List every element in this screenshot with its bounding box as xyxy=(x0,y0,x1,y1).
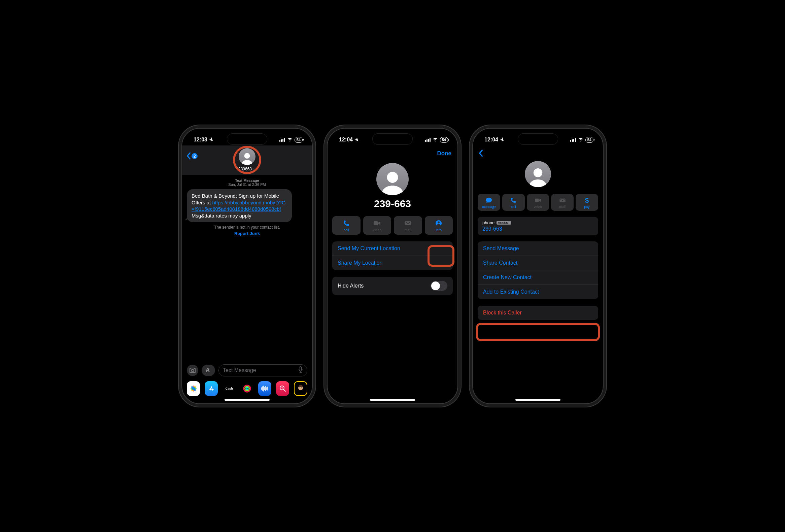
dictation-icon[interactable] xyxy=(298,366,303,374)
mail-button[interactable]: mail xyxy=(394,216,422,235)
applecash-icon[interactable]: Cash xyxy=(223,381,236,396)
battery-indicator: 54 xyxy=(585,137,593,143)
compose-bar: Text Message xyxy=(182,362,312,379)
svg-point-8 xyxy=(245,386,249,391)
video-button[interactable]: video xyxy=(527,194,549,211)
status-time: 12:03 xyxy=(194,137,207,143)
svg-point-9 xyxy=(246,387,248,389)
fitness-icon[interactable] xyxy=(240,381,253,396)
battery-indicator: 54 xyxy=(440,137,448,143)
svg-point-29 xyxy=(534,168,542,177)
phone-card[interactable]: phone RECENT 239-663 xyxy=(478,217,598,235)
location-icon: ➤ xyxy=(208,136,215,143)
share-contact-button[interactable]: Share Contact xyxy=(478,256,598,270)
phone-icon xyxy=(343,220,350,227)
mail-button[interactable]: mail xyxy=(551,194,574,211)
dynamic-island xyxy=(518,133,558,145)
apps-button[interactable] xyxy=(202,365,215,376)
search-app-icon[interactable] xyxy=(276,381,289,396)
home-indicator[interactable] xyxy=(370,399,415,401)
status-time: 12:04 xyxy=(339,137,353,143)
phone-value: 239-663 xyxy=(482,226,593,232)
appstore-icon[interactable] xyxy=(205,381,218,396)
mail-icon xyxy=(559,197,566,204)
signal-icon xyxy=(425,138,431,142)
phone-screen-2: 12:04 ➤ 54 Done 239-663 call video xyxy=(327,128,458,404)
dynamic-island xyxy=(227,133,267,145)
message-icon xyxy=(485,197,492,204)
photos-app-icon[interactable] xyxy=(187,381,200,396)
location-icon: ➤ xyxy=(499,136,506,143)
sender-warning: The sender is not in your contact list. xyxy=(182,225,312,230)
dynamic-island xyxy=(372,133,413,145)
home-indicator[interactable] xyxy=(515,399,560,401)
pay-button[interactable]: $ pay xyxy=(576,194,598,211)
hide-alerts-row: Hide Alerts xyxy=(332,277,453,295)
annotation-highlight xyxy=(476,323,600,341)
message-metadata: Text Message Sun, Jul 31 at 2:36 PM xyxy=(182,178,312,186)
conversation-header: 2 239663〉 xyxy=(182,146,312,175)
video-icon xyxy=(535,197,541,204)
contact-title: 239-663 xyxy=(328,198,457,209)
svg-point-1 xyxy=(192,370,194,372)
unread-badge: 2 xyxy=(192,153,198,159)
block-caller-button[interactable]: Block this Caller xyxy=(478,306,598,320)
avatar-icon xyxy=(525,161,551,187)
report-junk-button[interactable]: Report Junk xyxy=(182,231,312,236)
annotation-highlight xyxy=(233,146,261,174)
annotation-highlight xyxy=(428,245,454,267)
message-button[interactable]: message xyxy=(478,194,500,211)
add-existing-contact-button[interactable]: Add to Existing Contact xyxy=(478,285,598,299)
back-button[interactable]: 2 xyxy=(186,152,198,159)
message-input[interactable]: Text Message xyxy=(219,364,307,376)
svg-point-28 xyxy=(438,222,440,224)
send-message-button[interactable]: Send Message xyxy=(478,242,598,256)
svg-rect-2 xyxy=(300,367,302,370)
hide-alerts-toggle[interactable] xyxy=(431,281,447,291)
battery-indicator: 54 xyxy=(295,137,303,143)
video-button[interactable]: video xyxy=(363,216,391,235)
svg-point-22 xyxy=(300,387,300,388)
wifi-icon xyxy=(578,137,583,143)
audio-app-icon[interactable] xyxy=(258,381,271,396)
svg-point-24 xyxy=(387,172,398,183)
dollar-icon: $ xyxy=(585,197,589,204)
signal-icon xyxy=(279,138,285,142)
memoji-icon[interactable] xyxy=(294,381,307,396)
svg-rect-30 xyxy=(535,199,539,202)
back-button[interactable] xyxy=(473,146,603,158)
phone-screen-3: 12:04 ➤ 54 message call xyxy=(472,128,604,404)
phone-icon xyxy=(510,197,516,204)
home-indicator[interactable] xyxy=(225,399,270,401)
svg-line-18 xyxy=(284,389,285,391)
call-button[interactable]: call xyxy=(332,216,360,235)
info-button[interactable]: info xyxy=(425,216,453,235)
done-button[interactable]: Done xyxy=(437,150,452,157)
svg-rect-25 xyxy=(374,221,378,225)
create-contact-button[interactable]: Create New Contact xyxy=(478,270,598,285)
person-icon xyxy=(436,220,441,227)
mail-icon xyxy=(404,220,412,227)
signal-icon xyxy=(570,138,576,142)
recent-badge: RECENT xyxy=(497,221,511,225)
location-icon: ➤ xyxy=(354,136,360,143)
message-bubble[interactable]: Bed Bath & Beyond: Sign up for Mobile Of… xyxy=(187,189,292,222)
wifi-icon xyxy=(433,137,438,143)
call-button[interactable]: call xyxy=(502,194,525,211)
phone-label: phone xyxy=(482,220,495,225)
svg-point-23 xyxy=(301,387,302,388)
video-icon xyxy=(373,220,381,227)
phone-screen-1: 12:03 ➤ 54 2 239663〉 Text M xyxy=(181,128,313,404)
status-time: 12:04 xyxy=(484,137,498,143)
avatar-icon xyxy=(376,163,409,195)
camera-button[interactable] xyxy=(187,365,198,376)
wifi-icon xyxy=(287,137,293,143)
